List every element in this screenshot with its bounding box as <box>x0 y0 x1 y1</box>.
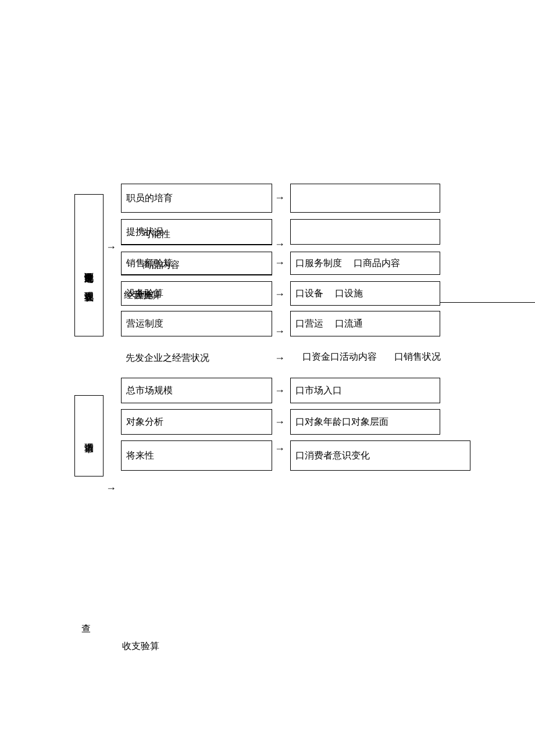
box-r6-label: 先发企业之经营状况 <box>126 352 209 364</box>
vbox-market: 市场调查 <box>74 395 104 476</box>
r6-right: 口资金口活动内容 口销售状况 <box>302 351 441 363</box>
bottom-text: 收支验算 <box>122 640 159 653</box>
hline <box>440 302 535 303</box>
box-r7: 总市场规模 <box>121 378 272 403</box>
r4-right-1: 口设备 <box>295 288 323 300</box>
arrow-icon: → <box>274 325 285 338</box>
arrow-icon: → <box>274 192 285 204</box>
box-r2b: 可能性 <box>121 224 272 245</box>
r9-right-1: 口消费者意识变化 <box>295 450 370 462</box>
r3-right-2: 口商品内容 <box>354 257 400 270</box>
box-r9-right: 口消费者意识变化 <box>290 440 470 471</box>
box-staff-dev-label: 职员的培育 <box>126 192 173 205</box>
box-r2b-label: 可能性 <box>142 228 170 241</box>
arrow-icon: → <box>274 443 285 455</box>
arrow-icon: → <box>274 257 285 269</box>
box-r4-right: 口设备 口设施 <box>290 281 440 306</box>
arrow-icon: → <box>274 288 285 300</box>
box-r9-label: 将来性 <box>126 450 154 462</box>
box-r2-right <box>290 219 440 245</box>
arrow-icon: → <box>274 385 285 397</box>
arrow-icon: → <box>274 416 285 428</box>
arrow-icon: → <box>106 482 116 495</box>
arrow-icon: → <box>106 241 116 253</box>
box-r4c-label: 经营验算 <box>124 289 161 302</box>
box-r8: 对象分析 <box>121 409 272 435</box>
r5-right-2: 口流通 <box>335 318 363 330</box>
box-r8-right: 口对象年龄口对象层面 <box>290 409 440 435</box>
box-r5-right: 口营运 口流通 <box>290 311 440 336</box>
stray-cha: 查 <box>81 623 91 635</box>
arrow-icon: → <box>274 238 285 250</box>
box-r8-label: 对象分析 <box>126 416 163 428</box>
box-r1-right <box>290 184 440 213</box>
r8-right-1: 口对象年龄口对象层面 <box>295 416 388 428</box>
box-r5-label: 营运制度 <box>126 318 163 330</box>
r6-right-2: 口销售状况 <box>394 351 441 363</box>
arrow-icon: → <box>274 352 285 364</box>
r6-right-1: 口资金口活动内容 <box>302 351 377 363</box>
r3-right-1: 口服务制度 <box>295 257 342 270</box>
box-r3b-label: 商品内容 <box>142 259 180 271</box>
box-r5: 营运制度 <box>121 311 272 336</box>
box-r3b: 商品内容 <box>121 256 272 275</box>
box-r3-right: 口服务制度 口商品内容 <box>290 252 440 275</box>
box-r4b: 设施 经营验算 <box>121 286 272 306</box>
r4-right-2: 口设施 <box>335 288 363 300</box>
box-staff-dev: 职员的培育 <box>121 184 272 213</box>
r5-right-1: 口营运 <box>295 318 323 330</box>
box-r7-label: 总市场规模 <box>126 385 173 397</box>
vbox-industry: 业界现状调查 <box>74 250 104 320</box>
box-r9: 将来性 <box>121 440 272 471</box>
box-r6: 先发企业之经营状况 <box>121 345 272 371</box>
r7-right-1: 口市场入口 <box>295 385 342 397</box>
box-r7-right: 口市场入口 <box>290 378 440 403</box>
